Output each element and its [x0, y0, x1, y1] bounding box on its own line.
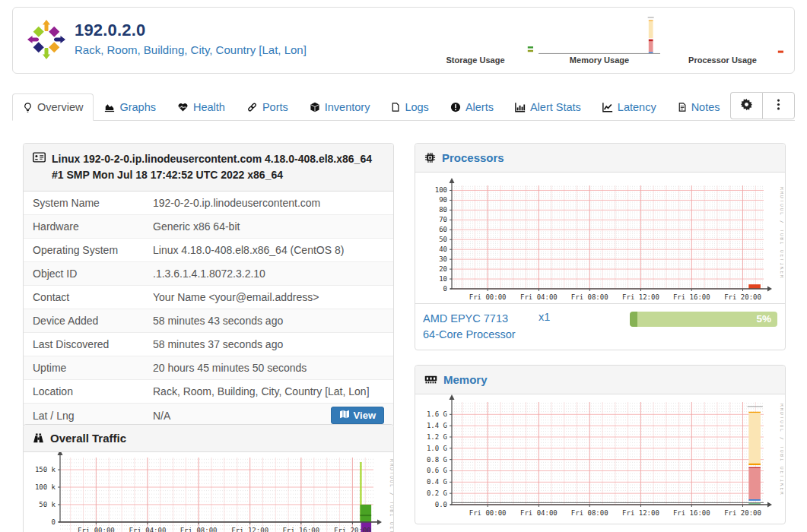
tab-alert-stats[interactable]: Alert Stats	[504, 93, 592, 121]
row-label: Contact	[33, 291, 153, 303]
binoculars-icon	[33, 432, 44, 444]
svg-text:50 k: 50 k	[39, 501, 56, 508]
cpu-usage-bar: 5%	[630, 312, 777, 327]
svg-text:Fri 04:00: Fri 04:00	[129, 527, 167, 532]
row-value: 192-0-2-0.ip.linodeusercontent.com	[153, 197, 384, 209]
memory-graph[interactable]: 0.00.2 G0.4 G0.6 G0.8 G1.0 G1.2 G1.4 G1.…	[415, 394, 783, 524]
mini-processor-graph	[662, 12, 783, 54]
tab-label: Ports	[262, 101, 288, 113]
svg-text:RRDTOOL / TOBI OETIKER: RRDTOOL / TOBI OETIKER	[779, 187, 783, 279]
mini-memory-block[interactable]: Memory Usage	[539, 12, 660, 67]
tab-alerts[interactable]: Alerts	[440, 93, 504, 121]
overall-traffic-panel: Overall Traffic 050 k100 k150 kFri 00:00…	[23, 424, 394, 532]
device-header-card: 192.0.2.0 Rack, Room, Building, City, Co…	[12, 7, 795, 74]
svg-text:Fri 00:00: Fri 00:00	[78, 527, 115, 532]
svg-text:Fri 20:00: Fri 20:00	[724, 509, 761, 517]
tab-label: Inventory	[325, 101, 370, 113]
row-value: Rack, Room, Building, City, Country [Lat…	[153, 385, 384, 397]
device-location-link[interactable]: Rack, Room, Building, City, Country [Lat…	[75, 43, 307, 56]
mini-processor-block[interactable]: Processor Usage	[662, 12, 783, 67]
more-menu-button[interactable]	[762, 92, 795, 119]
view-location-button[interactable]: View	[331, 407, 384, 424]
cpu-name-link[interactable]: AMD EPYC 7713 64-Core Processor	[423, 311, 539, 343]
svg-text:Fri 16:00: Fri 16:00	[282, 527, 319, 532]
table-row: Uptime20 hours 45 minutes 50 seconds	[24, 356, 393, 379]
row-value: Your Name <your@email.address>	[153, 291, 384, 303]
tab-notes[interactable]: Notes	[667, 93, 731, 121]
svg-text:50: 50	[439, 236, 447, 243]
device-actions-group	[730, 92, 795, 119]
svg-text:Fri 12:00: Fri 12:00	[622, 509, 659, 517]
tab-label: Health	[193, 101, 225, 113]
processors-graph[interactable]: 0102030405060708090100Fri 00:00Fri 04:00…	[415, 173, 783, 303]
device-sysdescr: Linux 192-0-2-0.ip.linodeusercontent.com…	[52, 151, 384, 183]
id-card-icon	[33, 152, 46, 163]
tab-graphs[interactable]: Graphs	[94, 93, 167, 121]
row-label: Hardware	[33, 220, 153, 233]
device-info-panel: Linux 192-0-2-0.ip.linodeusercontent.com…	[23, 143, 394, 428]
table-row: ContactYour Name <your@email.address>	[24, 285, 393, 309]
svg-text:Fri 08:00: Fri 08:00	[571, 293, 608, 301]
svg-text:70: 70	[439, 216, 447, 223]
svg-text:Fri 04:00: Fri 04:00	[520, 509, 558, 517]
svg-text:40: 40	[439, 245, 447, 253]
bar-chart-icon	[515, 102, 526, 112]
tab-logs[interactable]: Logs	[380, 93, 439, 121]
tab-label: Graphs	[119, 101, 156, 113]
page: 192.0.2.0 Rack, Room, Building, City, Co…	[0, 0, 807, 532]
svg-text:0.2 G: 0.2 G	[427, 489, 447, 497]
svg-text:Fri 16:00: Fri 16:00	[673, 509, 710, 517]
processors-title: Processors	[442, 151, 504, 164]
svg-text:1.0 G: 1.0 G	[427, 445, 447, 452]
table-row: System Name192-0-2-0.ip.linodeuserconten…	[24, 192, 393, 214]
overall-traffic-title: Overall Traffic	[50, 432, 126, 445]
svg-text:1.4 G: 1.4 G	[427, 422, 447, 429]
svg-text:10: 10	[439, 275, 447, 283]
row-label: Location	[33, 385, 153, 397]
row-value: N/A	[153, 410, 331, 422]
exclamation-circle-icon	[450, 102, 461, 112]
microchip-icon	[424, 152, 436, 163]
tab-inventory[interactable]: Inventory	[299, 93, 381, 121]
svg-text:20: 20	[439, 265, 447, 273]
tab-label: Latency	[618, 101, 656, 113]
row-label: Uptime	[33, 362, 153, 374]
svg-text:Fri 00:00: Fri 00:00	[469, 509, 507, 517]
tab-health[interactable]: Health	[167, 93, 236, 121]
svg-text:100: 100	[435, 186, 447, 194]
row-value: 20 hours 45 minutes 50 seconds	[153, 362, 384, 374]
line-chart-icon	[602, 102, 613, 112]
settings-button[interactable]	[730, 92, 762, 119]
mini-storage-block[interactable]: Storage Usage	[415, 12, 536, 67]
svg-text:Fri 00:00: Fri 00:00	[469, 293, 507, 301]
row-label: Object ID	[33, 268, 153, 280]
tab-ports[interactable]: Ports	[236, 93, 299, 121]
svg-text:Fri 20:00: Fri 20:00	[724, 293, 761, 301]
mini-memory-graph	[539, 12, 660, 54]
processor-row: AMD EPYC 7713 64-Core Processor x1 5%	[415, 303, 785, 350]
svg-text:0.8 G: 0.8 G	[427, 456, 447, 464]
cpu-usage-bar-fill	[630, 312, 637, 327]
cpu-count: x1	[539, 311, 630, 323]
memory-panel: Memory 0.00.2 G0.4 G0.6 G0.8 G1.0 G1.2 G…	[415, 365, 786, 524]
processors-header: Processors	[415, 144, 785, 173]
table-row: HardwareGeneric x86 64-bit	[24, 214, 393, 238]
svg-text:0: 0	[443, 285, 447, 293]
device-info-table: System Name192-0-2-0.ip.linodeuserconten…	[24, 192, 393, 427]
svg-text:Fri 08:00: Fri 08:00	[571, 509, 608, 517]
kebab-icon	[777, 98, 780, 114]
svg-text:Fri 16:00: Fri 16:00	[673, 293, 710, 301]
tab-overview[interactable]: Overview	[12, 93, 94, 121]
mini-processor-label: Processor Usage	[662, 55, 783, 65]
svg-text:0.0: 0.0	[435, 501, 447, 508]
overall-traffic-header: Overall Traffic	[24, 425, 393, 452]
row-value: Linux 4.18.0-408.el8.x86_64 (CentOS 8)	[153, 244, 384, 256]
svg-text:80: 80	[439, 206, 447, 214]
file-icon	[391, 102, 400, 112]
view-button-label: View	[354, 410, 376, 421]
device-title: 192.0.2.0	[75, 21, 307, 40]
note-icon	[678, 102, 687, 112]
tab-latency[interactable]: Latency	[592, 93, 667, 121]
overall-traffic-graph[interactable]: 050 k100 k150 kFri 00:00Fri 04:00Fri 08:…	[24, 452, 393, 532]
svg-text:Fri 12:00: Fri 12:00	[231, 527, 268, 532]
